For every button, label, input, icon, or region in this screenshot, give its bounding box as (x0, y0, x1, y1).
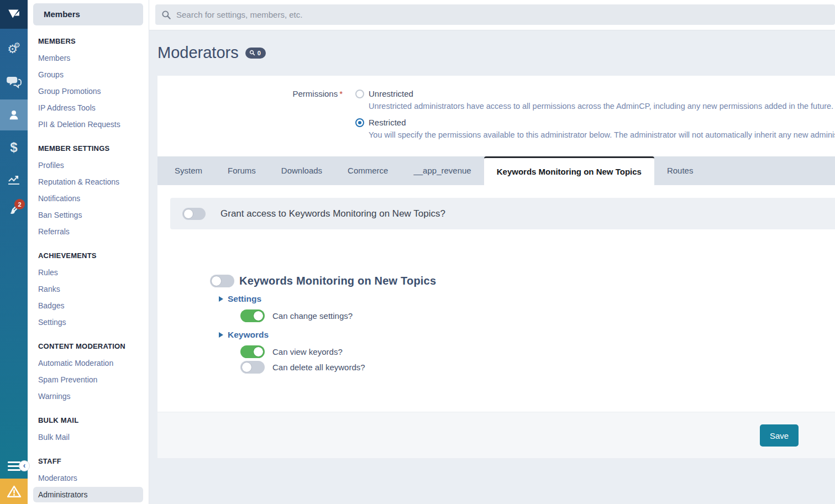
can-change-settings-label: Can change settings? (272, 311, 353, 321)
radio-restricted[interactable] (355, 118, 364, 127)
triangle-right-icon (219, 332, 223, 338)
tab-downloads[interactable]: Downloads (269, 156, 335, 185)
settings-gears-icon[interactable]: ⚙⚙ (0, 35, 28, 62)
subsection-keywords-label: Keywords (228, 330, 269, 340)
grant-access-row: Grant access to Keywords Monitoring on N… (170, 198, 835, 229)
icon-rail: ⚙⚙ $ 2 (0, 0, 28, 504)
global-search[interactable] (155, 4, 835, 25)
nav-section-header-achievements: ACHIEVEMENTS (38, 251, 143, 261)
can-view-keywords-toggle[interactable] (240, 345, 265, 358)
page-header: Moderators0 (149, 30, 835, 76)
sidebar-item-ban-settings[interactable]: Ban Settings (38, 207, 143, 223)
stats-chart-icon[interactable] (0, 165, 28, 193)
toggle-row-view-keywords: Can view keyords? (240, 345, 835, 358)
sidebar-item-bulk-mail[interactable]: Bulk Mail (38, 429, 143, 445)
sidebar-item-automatic-moderation[interactable]: Automatic Moderation (38, 355, 143, 371)
permission-option-unrestricted: Unrestricted Unrestricted administrators… (355, 88, 835, 112)
toggle-row-change-settings: Can change settings? (240, 309, 835, 322)
radio-desc-restricted: You will specify the permissions availab… (369, 129, 835, 141)
sidebar-item-notifications[interactable]: Notifications (38, 190, 143, 207)
nav-section-header-bulk-mail: BULK MAIL (38, 416, 143, 426)
sidebar-item-ranks[interactable]: Ranks (38, 281, 143, 297)
group-toggle[interactable] (210, 275, 234, 287)
main-area: Moderators0 Permissions* Unrestricted Un… (149, 0, 835, 504)
sidebar-item-spam-prevention[interactable]: Spam Prevention (38, 371, 143, 388)
can-view-keywords-label: Can view keyords? (272, 347, 343, 356)
permission-tabs: System Forums Downloads Commerce __app_r… (157, 156, 835, 185)
grant-access-label: Grant access to Keywords Monitoring on N… (220, 208, 445, 219)
nav-section-header-content-moderation: CONTENT MODERATION (38, 342, 143, 351)
radio-label-unrestricted[interactable]: Unrestricted (369, 88, 835, 100)
tab-commerce[interactable]: Commerce (335, 156, 401, 185)
tab-system[interactable]: System (162, 156, 215, 185)
sidebar-item-reputation-reactions[interactable]: Reputation & Reactions (38, 174, 143, 190)
commerce-dollar-icon[interactable]: $ (0, 134, 28, 161)
toggle-row-delete-keywords: Can delete all keywords? (240, 361, 835, 374)
sidebar-item-pii-deletion-requests[interactable]: PII & Deletion Requests (38, 116, 143, 133)
sidebar-item-moderators[interactable]: Moderators (38, 470, 143, 486)
sidebar-item-warnings[interactable]: Warnings (38, 388, 143, 405)
grant-access-toggle[interactable] (182, 208, 206, 220)
notification-badge: 2 (14, 199, 25, 209)
permission-option-restricted: Restricted You will specify the permissi… (355, 117, 835, 141)
nav-panel-title: Members (33, 3, 143, 25)
tab-routes[interactable]: Routes (654, 156, 706, 185)
tab-content: Grant access to Keywords Monitoring on N… (157, 185, 835, 412)
tab-forums[interactable]: Forums (215, 156, 269, 185)
can-delete-keywords-toggle[interactable] (240, 361, 265, 374)
permissions-panel: Permissions* Unrestricted Unrestricted a… (157, 76, 835, 156)
sidebar-item-profiles[interactable]: Profiles (38, 157, 143, 174)
sidebar-item-referrals[interactable]: Referrals (38, 223, 143, 240)
tab-keywords-monitoring[interactable]: Keywords Monitoring on New Topics (484, 156, 654, 185)
sidebar-item-group-promotions[interactable]: Group Promotions (38, 83, 143, 99)
sidebar-item-groups[interactable]: Groups (38, 66, 143, 83)
chat-bubbles-icon[interactable] (0, 68, 28, 96)
permissions-field-label: Permissions* (157, 88, 343, 156)
can-delete-keywords-label: Can delete all keywords? (272, 363, 365, 372)
badge-count: 0 (258, 50, 261, 56)
triangle-right-icon (219, 296, 223, 302)
sidebar-item-members[interactable]: Members (38, 50, 143, 66)
sidebar-item-administrators[interactable]: Administrators (33, 487, 143, 502)
badge-search-icon (249, 50, 255, 56)
members-user-icon[interactable] (0, 99, 28, 130)
page-title: Moderators (157, 44, 239, 61)
subsection-keywords[interactable]: Keywords (219, 330, 835, 340)
sidebar-item-badges[interactable]: Badges (38, 297, 143, 314)
radio-label-restricted[interactable]: Restricted (369, 117, 835, 129)
nav-section-header-member-settings: MEMBER SETTINGS (38, 144, 143, 154)
sidebar-item-ip-address-tools[interactable]: IP Address Tools (38, 99, 143, 116)
subsection-settings-label: Settings (228, 294, 261, 304)
search-input[interactable] (176, 10, 835, 19)
save-button[interactable]: Save (760, 424, 799, 447)
title-search-badge[interactable]: 0 (245, 48, 266, 59)
sidebar-item-settings[interactable]: Settings (38, 314, 143, 330)
sidebar-collapse-chevron-icon[interactable]: ‹ (19, 460, 30, 471)
search-icon (161, 10, 171, 20)
warning-triangle-icon[interactable] (0, 479, 28, 504)
tab-app-revenue[interactable]: __app_revenue (401, 156, 484, 185)
topbar (149, 0, 835, 30)
sidebar-item-rules[interactable]: Rules (38, 264, 143, 281)
form-footer: Save (157, 412, 835, 458)
members-nav-panel: Members MEMBERS Members Groups Group Pro… (28, 0, 149, 504)
nav-section-header-members: MEMBERS (38, 36, 143, 46)
subsection-settings[interactable]: Settings (219, 294, 835, 304)
can-change-settings-toggle[interactable] (240, 309, 265, 322)
radio-unrestricted[interactable] (355, 90, 364, 98)
permission-group-header: Keywords Monitoring on New Topics (210, 275, 835, 287)
group-title: Keywords Monitoring on New Topics (239, 275, 436, 287)
app-logo-icon (4, 5, 23, 24)
nav-section-header-staff: STAFF (38, 456, 143, 466)
radio-desc-unrestricted: Unrestricted administrators have access … (369, 100, 835, 112)
app-logo[interactable] (0, 0, 28, 29)
